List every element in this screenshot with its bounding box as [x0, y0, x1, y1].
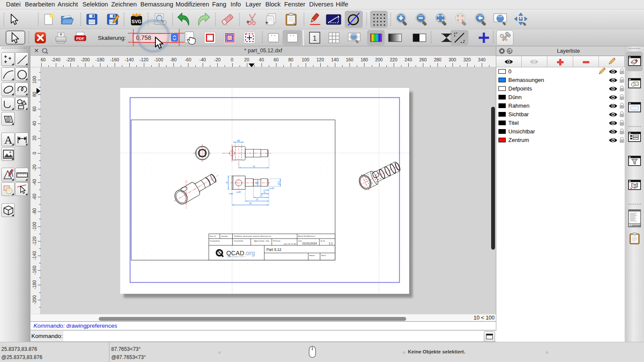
svg-text:QCAD.org: QCAD.org: [226, 250, 255, 256]
svg-text:part_05.12.dxf: part_05.12.dxf: [284, 243, 296, 245]
svg-text:Title/Name, destination, mater: Title/Name, destination, material, dimen…: [234, 235, 271, 237]
svg-text:Date: Date: [298, 240, 303, 242]
svg-text:Sheet: Sheet: [321, 254, 326, 256]
svg-text:Edition: Edition: [310, 254, 315, 256]
svg-text:Quantity: Quantity: [221, 235, 228, 237]
svg-text:Item ref: Item ref: [210, 235, 216, 237]
svg-text:1: 1: [313, 34, 316, 42]
svg-text:Ø9: Ø9: [255, 181, 258, 184]
svg-text:Designed by: Designed by: [210, 240, 220, 242]
svg-text:1x45°: 1x45°: [270, 187, 275, 190]
svg-text:01/01/2024: 01/01/2024: [302, 242, 317, 245]
svg-text:Checked by: Checked by: [234, 240, 243, 242]
svg-text:Scale: Scale: [321, 240, 325, 242]
svg-text:Part 5.12: Part 5.12: [267, 247, 282, 252]
svg-text:18: 18: [226, 181, 228, 184]
svg-text:Approved by - date: Approved by - date: [254, 240, 270, 242]
svg-text:SVG: SVG: [131, 19, 141, 24]
svg-text:41: 41: [253, 165, 255, 168]
svg-text:11: 11: [264, 191, 266, 193]
svg-text:21: 21: [260, 194, 263, 197]
svg-text:Open Source CAD ™: Open Source CAD ™: [227, 256, 246, 258]
svg-text:Filename: Filename: [273, 240, 281, 242]
svg-text:1:1: 1:1: [329, 242, 333, 245]
svg-text:50: 50: [249, 202, 252, 205]
svg-text:Article No./Reference: Article No./Reference: [298, 235, 316, 237]
svg-text:1x45°: 1x45°: [236, 191, 241, 193]
svg-text:37: 37: [256, 198, 258, 201]
svg-text:Ø10: Ø10: [278, 181, 280, 185]
svg-text:> command: > command: [630, 224, 641, 226]
svg-text:PDF: PDF: [76, 36, 85, 41]
svg-text:Ø8: Ø8: [237, 140, 240, 142]
